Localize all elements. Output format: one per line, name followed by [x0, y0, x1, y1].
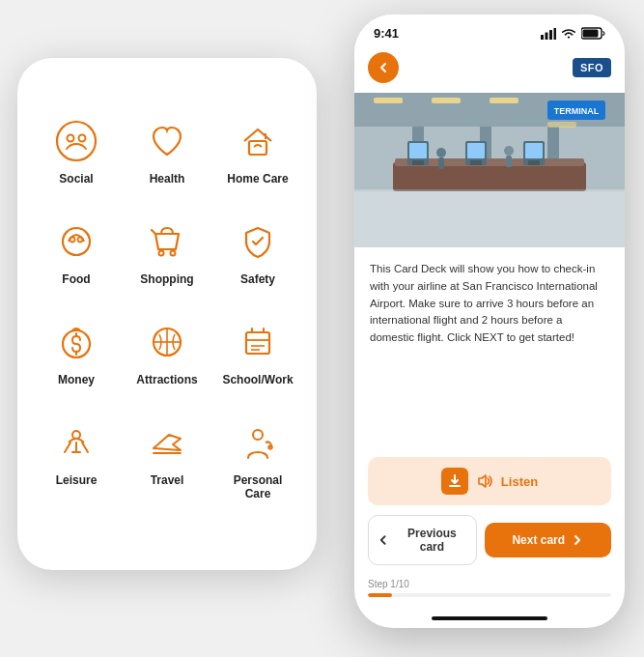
- svg-rect-43: [470, 160, 482, 165]
- svg-rect-56: [490, 98, 518, 103]
- category-safety[interactable]: Safety: [218, 207, 297, 296]
- svg-point-20: [72, 431, 80, 439]
- svg-rect-3: [249, 141, 266, 155]
- category-leisure[interactable]: Leisure: [37, 408, 116, 510]
- attractions-icon: [142, 317, 192, 367]
- svg-rect-42: [467, 143, 485, 158]
- download-icon: [441, 468, 468, 495]
- svg-rect-29: [583, 30, 599, 38]
- back-arrow-icon: [377, 61, 390, 74]
- category-food[interactable]: Food: [37, 207, 116, 296]
- food-label: Food: [62, 272, 90, 286]
- svg-rect-48: [438, 157, 444, 169]
- svg-rect-54: [374, 98, 403, 103]
- money-icon: [51, 317, 101, 367]
- social-label: Social: [59, 172, 93, 186]
- shopping-icon: [142, 216, 192, 267]
- battery-icon: [581, 27, 605, 40]
- home-indicator: [432, 616, 547, 620]
- bg-phone: Social Health Home Care: [17, 58, 317, 570]
- wifi-icon: [561, 28, 576, 40]
- card-navigation: Previous card Next card: [354, 515, 625, 575]
- categories-grid: Social Health Home Care: [37, 106, 297, 510]
- safety-label: Safety: [240, 272, 275, 286]
- svg-point-6: [70, 238, 75, 243]
- next-card-label: Next card: [512, 533, 565, 547]
- leisure-label: Leisure: [56, 473, 98, 487]
- shopping-label: Shopping: [140, 272, 193, 286]
- svg-point-5: [63, 228, 90, 255]
- leisure-icon: [51, 417, 101, 468]
- svg-rect-50: [506, 156, 512, 167]
- travel-icon: [142, 417, 192, 468]
- signal-icon: [541, 28, 556, 40]
- attractions-label: Attractions: [136, 373, 197, 386]
- category-health[interactable]: Health: [127, 106, 207, 195]
- category-school-work[interactable]: School/Work: [218, 307, 297, 396]
- svg-rect-27: [554, 28, 557, 40]
- home-care-icon: [233, 116, 283, 166]
- svg-rect-40: [412, 160, 424, 165]
- step-fill: [368, 593, 392, 597]
- fg-phone: 9:41 SFO: [354, 14, 625, 628]
- svg-rect-39: [409, 143, 427, 158]
- svg-text:TERMINAL: TERMINAL: [554, 106, 600, 116]
- status-bar: 9:41: [354, 14, 625, 44]
- listen-label: Listen: [501, 474, 538, 489]
- category-home-care[interactable]: Home Care: [218, 106, 297, 195]
- category-money[interactable]: Money: [37, 307, 116, 396]
- safety-icon: [233, 216, 283, 267]
- card-image: TERMINAL: [354, 93, 625, 247]
- step-track: [368, 593, 611, 597]
- prev-card-button[interactable]: Previous card: [368, 515, 477, 565]
- next-card-button[interactable]: Next card: [485, 523, 611, 557]
- school-work-icon: [233, 317, 283, 367]
- food-icon: [51, 216, 101, 267]
- prev-arrow-icon: [377, 533, 389, 547]
- step-label: Step 1/10: [368, 579, 611, 589]
- back-button[interactable]: [368, 52, 399, 83]
- health-label: Health: [150, 172, 185, 186]
- card-description: This Card Deck will show you how to chec…: [370, 261, 609, 347]
- personal-care-icon: [233, 417, 283, 468]
- school-work-label: School/Work: [222, 373, 293, 386]
- app-header: SFO: [354, 44, 625, 93]
- svg-point-2: [79, 135, 86, 142]
- category-attractions[interactable]: Attractions: [127, 307, 207, 396]
- travel-label: Travel: [151, 473, 184, 487]
- svg-rect-46: [528, 160, 540, 165]
- airport-scene-svg: TERMINAL: [354, 93, 625, 247]
- money-label: Money: [58, 373, 95, 386]
- category-personal-care[interactable]: Personal Care: [218, 408, 297, 510]
- step-progress: Step 1/10: [354, 575, 625, 613]
- svg-rect-26: [549, 30, 552, 40]
- category-shopping[interactable]: Shopping: [127, 207, 207, 296]
- svg-point-1: [68, 135, 74, 142]
- category-travel[interactable]: Travel: [127, 408, 207, 510]
- personal-care-label: Personal Care: [222, 473, 294, 500]
- svg-rect-24: [541, 35, 544, 40]
- svg-rect-55: [432, 98, 461, 103]
- svg-point-9: [171, 251, 176, 256]
- listen-button[interactable]: Listen: [368, 457, 611, 505]
- home-care-label: Home Care: [227, 172, 288, 186]
- svg-rect-36: [393, 162, 586, 191]
- svg-point-47: [436, 148, 446, 157]
- svg-rect-45: [525, 143, 543, 158]
- svg-point-49: [504, 146, 514, 156]
- category-social[interactable]: Social: [37, 106, 116, 195]
- svg-point-22: [253, 430, 263, 440]
- svg-point-7: [78, 238, 83, 243]
- svg-rect-25: [546, 32, 548, 40]
- next-arrow-icon: [571, 533, 584, 547]
- status-icons: [541, 27, 605, 40]
- sfo-logo: SFO: [573, 58, 611, 77]
- speaker-icon: [476, 474, 493, 488]
- card-content: This Card Deck will show you how to chec…: [354, 247, 625, 447]
- svg-rect-51: [354, 189, 625, 191]
- svg-rect-57: [547, 122, 576, 128]
- health-icon: [142, 116, 192, 166]
- download-arrow-icon: [447, 473, 462, 489]
- status-time: 9:41: [374, 26, 399, 41]
- prev-card-label: Previous card: [395, 527, 468, 554]
